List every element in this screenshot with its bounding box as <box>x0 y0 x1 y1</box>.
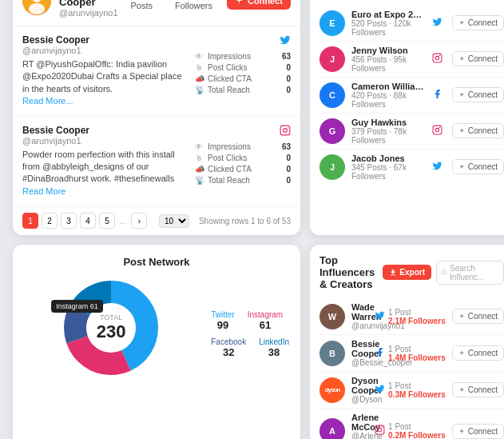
influencers-title: Top Influencers & Creators <box>319 254 383 290</box>
rows-select: 10 25 50 Showing rows 1 to 6 of 53 <box>159 214 291 228</box>
creator-connect-button[interactable]: Connect <box>452 159 504 174</box>
page-5-button[interactable]: 5 <box>99 213 115 229</box>
influencer-social-icon <box>375 309 385 324</box>
svg-rect-16 <box>375 425 384 434</box>
donut-total-num: 230 <box>97 321 126 342</box>
avatar <box>22 0 51 15</box>
post2-read-more[interactable]: Read More <box>22 186 65 196</box>
influencer-followers: 2.1M Followers <box>388 317 446 325</box>
rows-per-page-select[interactable]: 10 25 50 <box>159 214 189 228</box>
influencer-followers: 0.2M Followers <box>388 431 446 439</box>
post2-author: Bessie Cooper <box>22 125 189 136</box>
legend-facebook: Facebook 32 <box>211 337 246 358</box>
page-4-button[interactable]: 4 <box>80 213 96 229</box>
influencer-name: Dyson Cooper <box>351 376 368 395</box>
profile-handle: @arunvijayno1 <box>59 8 118 18</box>
twitter-icon <box>280 37 291 48</box>
page-1-button[interactable]: 1 <box>22 213 38 229</box>
svg-point-11 <box>439 127 440 128</box>
header-actions: Export Search Influenc... <box>383 261 504 285</box>
posts-stat: 24 Posts <box>126 0 157 10</box>
legend-instagram: Instagram 61 <box>248 310 283 331</box>
influencers-header: Top Influencers & Creators Export Search… <box>319 254 504 290</box>
creator-item: C Cameron Williamson 420 Posts · 88k Fol… <box>319 78 504 114</box>
profile-card: Bessie Cooper @arunvijayno1 24 Posts 126… <box>13 0 300 235</box>
search-influencer-input[interactable]: Search Influenc... <box>436 261 504 285</box>
creator-info: Euro at Expo 2020 520 Posts · 120k Follo… <box>351 10 426 37</box>
instagram-icon <box>280 127 291 138</box>
profile-connect-button[interactable]: Connect <box>227 0 291 10</box>
influencer-connect-button[interactable]: Connect <box>452 424 504 439</box>
creators-list: E Euro at Expo 2020 520 Posts · 120k Fol… <box>319 6 504 185</box>
creator-connect-button[interactable]: Connect <box>452 51 504 66</box>
influencer-handle: @Bessie_cooper <box>351 358 368 367</box>
influencer-item: W Wade Warren @arunvijayno1 1 Post 2.1M … <box>319 298 504 335</box>
influencer-name: Arlene McCoy <box>351 413 368 432</box>
post-entry-1: Bessie Cooper @arunvijayno1 RT @PiyushGo… <box>13 26 300 117</box>
influencer-connect-button[interactable]: Connect <box>452 382 504 397</box>
profile-stats: 24 Posts 126 Followers <box>126 0 219 10</box>
influencer-middle: 1 Post 1.4M Followers <box>375 345 446 362</box>
page-3-button[interactable]: 3 <box>61 213 77 229</box>
creator-avatar: G <box>319 118 345 144</box>
donut-tooltip: Instagram 61 <box>51 300 103 313</box>
post2-body: Powder room perfection with this install… <box>22 149 189 198</box>
svg-rect-9 <box>433 126 442 134</box>
creator-social-icon <box>432 52 442 66</box>
page-2-button[interactable]: 2 <box>42 213 58 229</box>
page-next-button[interactable]: › <box>131 213 147 229</box>
creator-connect-button[interactable]: Connect <box>452 87 504 102</box>
post1-read-more[interactable]: Read More... <box>22 96 73 106</box>
influencer-info: Bessie Cooper @Bessie_cooper <box>351 339 368 367</box>
influencer-followers: 0.3M Followers <box>388 390 446 399</box>
influencer-connect-button[interactable]: Connect <box>452 309 504 324</box>
creator-info: Jenny Wilson 456 Posts · 95k Followers <box>351 46 426 73</box>
profile-header-info: Bessie Cooper @arunvijayno1 <box>59 0 118 18</box>
influencer-middle: 1 Post 2.1M Followers <box>375 308 446 325</box>
donut-chart: TOTAL 230 Instagram 61 <box>59 276 163 380</box>
post1-metrics: 👁Impressions63 🖱Post Clicks0 📣Clicked CT… <box>195 52 291 94</box>
creator-name: Euro at Expo 2020 <box>351 10 426 19</box>
creator-avatar: E <box>319 10 345 36</box>
influencer-middle: 1 Post 0.2M Followers <box>375 422 446 439</box>
profile-name: Bessie Cooper <box>59 0 118 8</box>
creator-avatar: C <box>319 82 345 108</box>
influencer-posts: 1 Post <box>388 308 442 317</box>
creator-connect-button[interactable]: Connect <box>452 15 504 30</box>
svg-point-2 <box>29 3 45 14</box>
svg-point-10 <box>435 128 439 131</box>
creator-name: Cameron Williamson <box>351 82 426 91</box>
post2-handle: @arunvijayno1 <box>22 136 189 146</box>
svg-point-17 <box>378 428 381 431</box>
influencer-connect-button[interactable]: Connect <box>452 345 504 361</box>
influencer-posts: 1 Post <box>388 381 442 390</box>
influencer-handle: @Dyson <box>351 395 368 404</box>
legend-twitter: Twitter 99 <box>211 310 234 331</box>
influencer-item: A Arlene McCoy @Arlene McCoy 1 Post 0.2M… <box>319 409 504 439</box>
post1-author: Bessie Cooper <box>22 34 189 46</box>
showing-text: Showing rows 1 to 6 of 53 <box>199 217 291 225</box>
donut-total-label: TOTAL <box>97 313 126 321</box>
creator-info: Guy Hawkins 379 Posts · 78k Followers <box>351 118 426 145</box>
influencer-handle: @arunvijayno1 <box>351 321 368 330</box>
influencer-followers: 1.4M Followers <box>388 353 446 362</box>
influencer-avatar: dyson <box>319 377 345 403</box>
svg-point-8 <box>439 55 440 56</box>
creator-item: J Jacob Jones 345 Posts · 67k Followers … <box>319 150 504 185</box>
creator-info: Jacob Jones 345 Posts · 67k Followers <box>351 154 426 181</box>
followers-stat: 126 Followers <box>169 0 219 10</box>
network-legend: Twitter 99 Instagram 61 Facebook 32 Link… <box>211 310 289 358</box>
influencer-info: Wade Warren @arunvijayno1 <box>351 302 368 330</box>
influencer-social-icon <box>375 383 385 397</box>
main-container: Bessie Cooper @arunvijayno1 24 Posts 126… <box>0 0 504 439</box>
post1-handle: @arunvijayno1 <box>22 46 189 55</box>
svg-point-7 <box>435 56 439 59</box>
influencer-item: dyson Dyson Cooper @Dyson 1 Post 0.3M Fo… <box>319 372 504 409</box>
influencer-handle: @Arlene McCoy <box>351 432 368 439</box>
creator-stats: 520 Posts · 120k Followers <box>351 19 426 37</box>
creator-name: Guy Hawkins <box>351 118 426 127</box>
export-button[interactable]: Export <box>383 265 431 280</box>
creator-social-icon <box>432 88 442 102</box>
posts-count: 24 Posts <box>130 0 153 10</box>
creator-connect-button[interactable]: Connect <box>452 123 504 138</box>
